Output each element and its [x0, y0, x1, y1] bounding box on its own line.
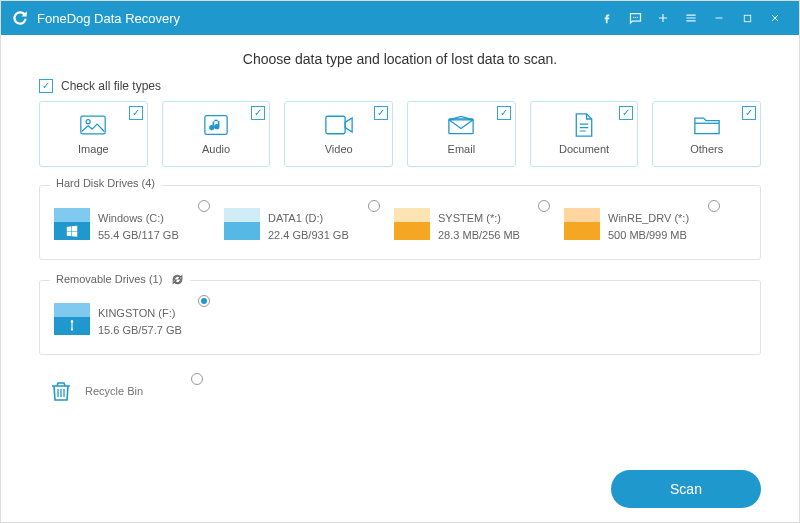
- file-types-row: ✓Image✓Audio✓Video✓Email✓Document✓Others: [39, 101, 761, 167]
- hard-drives-section: Hard Disk Drives (4) Windows (C:)55.4 GB…: [39, 185, 761, 260]
- file-type-label: Others: [690, 143, 723, 155]
- removable-drives-section: Removable Drives (1) KINGSTON (F:)15.6 G…: [39, 280, 761, 355]
- drive-radio[interactable]: [198, 200, 210, 212]
- image-icon: [79, 113, 107, 137]
- drive-icon: [54, 208, 90, 240]
- svg-rect-7: [326, 116, 345, 134]
- folder-icon: [693, 113, 721, 137]
- drive-info: SYSTEM (*:)28.3 MB/256 MB: [438, 208, 520, 243]
- file-type-label: Video: [325, 143, 353, 155]
- file-type-video[interactable]: ✓Video: [284, 101, 393, 167]
- svg-rect-8: [449, 119, 473, 134]
- drive-name: KINGSTON (F:): [98, 305, 182, 322]
- file-type-checkbox[interactable]: ✓: [497, 106, 511, 120]
- drive-icon: [394, 208, 430, 240]
- scan-button[interactable]: Scan: [611, 470, 761, 508]
- close-icon[interactable]: [761, 4, 789, 32]
- check-all-row[interactable]: ✓ Check all file types: [39, 79, 761, 93]
- removable-drives-row: KINGSTON (F:)15.6 GB/57.7 GB: [52, 299, 748, 342]
- drive-info: DATA1 (D:)22.4 GB/931 GB: [268, 208, 349, 243]
- audio-icon: [202, 113, 230, 137]
- removable-drives-title: Removable Drives (1): [56, 273, 162, 285]
- file-type-checkbox[interactable]: ✓: [251, 106, 265, 120]
- plus-icon[interactable]: [649, 4, 677, 32]
- check-all-label: Check all file types: [61, 79, 161, 93]
- hard-drive[interactable]: Windows (C:)55.4 GB/117 GB: [52, 204, 212, 247]
- drive-size: 55.4 GB/117 GB: [98, 227, 179, 244]
- file-type-checkbox[interactable]: ✓: [129, 106, 143, 120]
- file-type-audio[interactable]: ✓Audio: [162, 101, 271, 167]
- drive-radio[interactable]: [708, 200, 720, 212]
- file-type-label: Audio: [202, 143, 230, 155]
- recycle-bin-radio[interactable]: [191, 373, 203, 385]
- maximize-icon[interactable]: [733, 4, 761, 32]
- drive-name: DATA1 (D:): [268, 210, 349, 227]
- drive-radio[interactable]: [368, 200, 380, 212]
- drive-radio[interactable]: [198, 295, 210, 307]
- recycle-bin-option[interactable]: Recycle Bin: [39, 375, 209, 407]
- file-type-document[interactable]: ✓Document: [530, 101, 639, 167]
- svg-rect-3: [744, 15, 750, 21]
- hard-drives-title: Hard Disk Drives (4): [56, 177, 155, 189]
- drive-info: Windows (C:)55.4 GB/117 GB: [98, 208, 179, 243]
- file-type-checkbox[interactable]: ✓: [619, 106, 633, 120]
- recycle-bin-label: Recycle Bin: [85, 385, 143, 397]
- titlebar: FoneDog Data Recovery: [1, 1, 799, 35]
- facebook-icon[interactable]: [593, 4, 621, 32]
- drive-size: 22.4 GB/931 GB: [268, 227, 349, 244]
- drive-icon: [224, 208, 260, 240]
- hard-drive[interactable]: DATA1 (D:)22.4 GB/931 GB: [222, 204, 382, 247]
- file-type-image[interactable]: ✓Image: [39, 101, 148, 167]
- file-type-label: Image: [78, 143, 109, 155]
- video-icon: [325, 113, 353, 137]
- svg-point-5: [86, 120, 90, 124]
- drive-size: 500 MB/999 MB: [608, 227, 689, 244]
- file-type-email[interactable]: ✓Email: [407, 101, 516, 167]
- drive-name: SYSTEM (*:): [438, 210, 520, 227]
- drive-info: WinRE_DRV (*:)500 MB/999 MB: [608, 208, 689, 243]
- drive-size: 28.3 MB/256 MB: [438, 227, 520, 244]
- hard-drive[interactable]: WinRE_DRV (*:)500 MB/999 MB: [562, 204, 722, 247]
- drive-name: WinRE_DRV (*:): [608, 210, 689, 227]
- main-content: Choose data type and location of lost da…: [1, 35, 799, 466]
- removable-drive[interactable]: KINGSTON (F:)15.6 GB/57.7 GB: [52, 299, 212, 342]
- svg-point-0: [633, 16, 634, 17]
- drive-icon: [564, 208, 600, 240]
- file-type-label: Email: [448, 143, 476, 155]
- drive-radio[interactable]: [538, 200, 550, 212]
- svg-rect-4: [81, 116, 105, 134]
- hard-drive[interactable]: SYSTEM (*:)28.3 MB/256 MB: [392, 204, 552, 247]
- hard-drives-row: Windows (C:)55.4 GB/117 GBDATA1 (D:)22.4…: [52, 204, 748, 247]
- menu-icon[interactable]: [677, 4, 705, 32]
- svg-point-2: [636, 16, 637, 17]
- feedback-icon[interactable]: [621, 4, 649, 32]
- app-logo-icon: [11, 9, 29, 27]
- file-type-checkbox[interactable]: ✓: [374, 106, 388, 120]
- footer: Scan: [1, 466, 799, 522]
- file-type-label: Document: [559, 143, 609, 155]
- app-title: FoneDog Data Recovery: [37, 11, 180, 26]
- file-type-folder[interactable]: ✓Others: [652, 101, 761, 167]
- document-icon: [570, 113, 598, 137]
- email-icon: [447, 113, 475, 137]
- refresh-icon[interactable]: [170, 272, 184, 286]
- drive-size: 15.6 GB/57.7 GB: [98, 322, 182, 339]
- drive-icon: [54, 303, 90, 335]
- file-type-checkbox[interactable]: ✓: [742, 106, 756, 120]
- check-all-checkbox[interactable]: ✓: [39, 79, 53, 93]
- svg-point-1: [634, 16, 635, 17]
- minimize-icon[interactable]: [705, 4, 733, 32]
- drive-info: KINGSTON (F:)15.6 GB/57.7 GB: [98, 303, 182, 338]
- drive-name: Windows (C:): [98, 210, 179, 227]
- page-heading: Choose data type and location of lost da…: [39, 51, 761, 67]
- recycle-bin-icon: [47, 375, 75, 407]
